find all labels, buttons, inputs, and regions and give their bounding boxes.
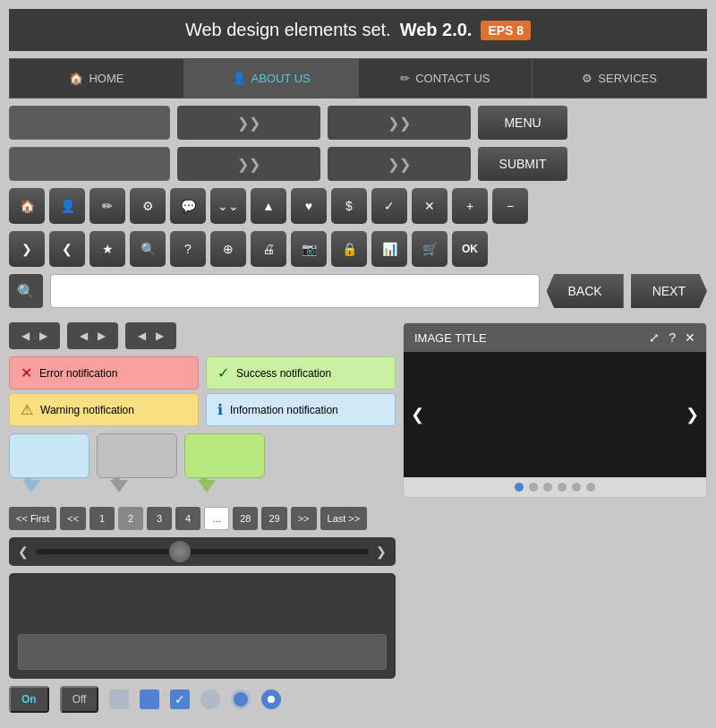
- success-check-icon: ✓: [217, 364, 229, 381]
- page-1-btn[interactable]: 1: [90, 507, 115, 530]
- toggle-off-btn[interactable]: Off: [60, 686, 99, 713]
- toggle-on-btn[interactable]: On: [9, 686, 49, 713]
- media-prev-3[interactable]: ◀: [134, 328, 149, 344]
- icon-rss-btn[interactable]: ⊕: [210, 231, 246, 267]
- icon-back-btn[interactable]: ❮: [49, 231, 85, 267]
- media-controls-row: ◀ ▶ ◀ ▶ ◀ ▶: [9, 322, 396, 349]
- dot-2[interactable]: [529, 483, 538, 492]
- dropdown-btn-1[interactable]: ❯❯: [177, 106, 320, 140]
- dot-5[interactable]: [572, 483, 581, 492]
- icon-home-btn[interactable]: 🏠: [9, 188, 45, 224]
- pencil-icon: ✏: [400, 72, 410, 85]
- textarea-inner[interactable]: [18, 634, 387, 670]
- checkbox-checked[interactable]: [140, 689, 159, 709]
- media-next-1[interactable]: ▶: [36, 328, 51, 344]
- dot-3[interactable]: [543, 483, 552, 492]
- page-29-btn[interactable]: 29: [261, 507, 286, 530]
- input-field-2[interactable]: [9, 147, 170, 181]
- icon-camera-btn[interactable]: 📷: [291, 231, 327, 267]
- icon-print-btn[interactable]: 🖨: [251, 231, 286, 267]
- page-ellipsis: ...: [204, 507, 229, 530]
- icon-check-btn[interactable]: ✓: [371, 188, 407, 224]
- radio-with-check[interactable]: [261, 689, 281, 709]
- icon-cross-btn[interactable]: ✕: [412, 188, 448, 224]
- icon-row-1: 🏠 👤 ✏ ⚙ 💬 ⌄⌄ ▲ ♥ $ ✓ ✕ + −: [9, 188, 707, 224]
- input-field-1[interactable]: [9, 106, 170, 140]
- icon-chevron-down-btn[interactable]: ⌄⌄: [210, 188, 246, 224]
- icon-star-btn[interactable]: ★: [90, 231, 125, 267]
- success-notif-text: Success notification: [236, 367, 331, 380]
- expand-icon[interactable]: ⤢: [649, 330, 660, 345]
- icon-lock-btn[interactable]: 🔒: [331, 231, 367, 267]
- icon-chart-btn[interactable]: 📊: [371, 231, 407, 267]
- icon-dollar-btn[interactable]: $: [331, 188, 367, 224]
- slider-left-icon[interactable]: ❮: [18, 544, 29, 559]
- nav-about-label: ABOUT US: [251, 72, 311, 85]
- dot-1[interactable]: [515, 483, 524, 492]
- close-icon[interactable]: ✕: [685, 330, 695, 345]
- header-title-bold: Web 2.0.: [400, 20, 473, 40]
- page-4-btn[interactable]: 4: [175, 507, 200, 530]
- media-next-2[interactable]: ▶: [94, 328, 109, 344]
- checkbox-with-check[interactable]: ✓: [170, 689, 190, 709]
- nav-home[interactable]: 🏠 HOME: [10, 59, 184, 98]
- icon-user-btn[interactable]: 👤: [49, 188, 85, 224]
- dropdown-btn-3[interactable]: ❯❯: [177, 147, 320, 181]
- media-next-3[interactable]: ▶: [152, 328, 167, 344]
- dot-6[interactable]: [586, 483, 595, 492]
- nav-about[interactable]: 👤 ABOUT US: [184, 59, 359, 98]
- radio-checked[interactable]: [231, 689, 251, 709]
- menu-button[interactable]: MENU: [478, 106, 567, 140]
- dropdown-btn-4[interactable]: ❯❯: [328, 147, 471, 181]
- icon-gear-btn[interactable]: ⚙: [130, 188, 166, 224]
- page-next-btn[interactable]: >>: [291, 507, 317, 530]
- media-prev-2[interactable]: ◀: [76, 328, 91, 344]
- radio-unchecked[interactable]: [200, 689, 220, 709]
- error-notif-text: Error notification: [39, 367, 117, 380]
- page-prev-btn[interactable]: <<: [60, 507, 86, 530]
- icon-search-btn[interactable]: 🔍: [130, 231, 166, 267]
- icon-plus-btn[interactable]: +: [452, 188, 488, 224]
- success-notification: ✓ Success notification: [206, 356, 396, 390]
- page-3-btn[interactable]: 3: [147, 507, 172, 530]
- icon-chevron-up-btn[interactable]: ▲: [251, 188, 286, 224]
- nav-contact[interactable]: ✏ CONTACT US: [359, 59, 533, 98]
- icon-cart-btn[interactable]: 🛒: [412, 231, 448, 267]
- dropdown-btn-2[interactable]: ❯❯: [328, 106, 471, 140]
- next-arrow-btn[interactable]: NEXT: [631, 274, 707, 308]
- icon-forward-btn[interactable]: ❯: [9, 231, 45, 267]
- submit-button[interactable]: SUBMIT: [478, 147, 567, 181]
- icon-edit-btn[interactable]: ✏: [90, 188, 125, 224]
- icon-ok-btn[interactable]: OK: [452, 231, 488, 267]
- help-icon[interactable]: ?: [669, 330, 676, 345]
- image-panel-actions: ⤢ ? ✕: [649, 330, 695, 345]
- page-last-btn[interactable]: Last >>: [320, 507, 368, 530]
- slider-thumb[interactable]: [169, 541, 191, 562]
- icon-question-btn[interactable]: ?: [170, 231, 206, 267]
- dot-4[interactable]: [558, 483, 567, 492]
- media-prev-1[interactable]: ◀: [18, 328, 33, 344]
- slider-right-icon[interactable]: ❯: [376, 544, 387, 559]
- nav-services[interactable]: ⚙ SERVICES: [533, 59, 706, 98]
- nav-bar: 🏠 HOME 👤 ABOUT US ✏ CONTACT US ⚙ SERVICE…: [9, 58, 707, 98]
- search-input[interactable]: [50, 274, 540, 308]
- image-panel-header: IMAGE TITLE ⤢ ? ✕: [404, 323, 706, 352]
- page-first-btn[interactable]: << First: [9, 507, 56, 530]
- back-arrow-btn[interactable]: BACK: [547, 274, 624, 308]
- image-next-btn[interactable]: ❯: [686, 405, 699, 424]
- icon-minus-btn[interactable]: −: [492, 188, 528, 224]
- image-prev-btn[interactable]: ❮: [411, 405, 424, 424]
- notifications-row-2: ⚠ Warning notification ℹ Information not…: [9, 393, 396, 426]
- search-icon: 🔍: [17, 283, 35, 300]
- image-panel: IMAGE TITLE ⤢ ? ✕ ❮ ❯: [403, 322, 707, 498]
- media-control-1: ◀ ▶: [9, 322, 60, 349]
- warning-icon: ⚠: [21, 401, 33, 418]
- slider-track[interactable]: [36, 549, 369, 554]
- bottom-half: ◀ ▶ ◀ ▶ ◀ ▶ ✕ Error notification: [9, 315, 707, 713]
- page-28-btn[interactable]: 28: [233, 507, 258, 530]
- page-2-btn[interactable]: 2: [118, 507, 143, 530]
- icon-heart-btn[interactable]: ♥: [291, 188, 327, 224]
- checkbox-unchecked[interactable]: [109, 689, 129, 709]
- icon-chat-btn[interactable]: 💬: [170, 188, 206, 224]
- warning-notif-text: Warning notification: [40, 404, 134, 416]
